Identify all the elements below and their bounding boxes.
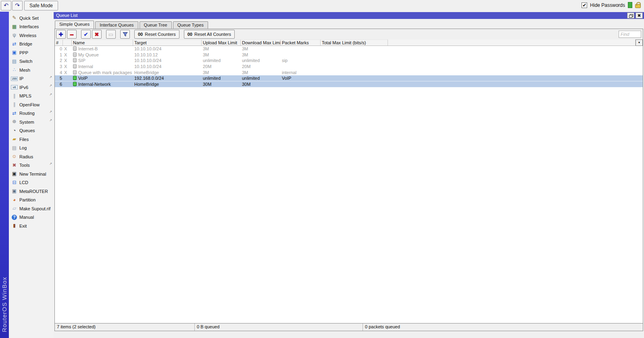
queue-table-body: 0XInternet-B10.10.10.0/243M3M1XMy Queue1… bbox=[55, 46, 643, 323]
sidebar-item-routing[interactable]: ⇄Routing↗ bbox=[9, 109, 54, 118]
tab-bar: Simple QueuesInterface QueuesQueue TreeQ… bbox=[55, 21, 209, 29]
safe-mode-button[interactable]: Safe Mode bbox=[24, 1, 58, 10]
comment-button[interactable]: ▭ bbox=[106, 30, 116, 39]
sidebar-item-system[interactable]: ☸System↗ bbox=[9, 118, 54, 126]
column-header-[interactable]: # bbox=[55, 39, 63, 46]
cell-number: 4 bbox=[55, 70, 63, 76]
sidebar-item-mpls[interactable]: ∥MPLS↗ bbox=[9, 92, 54, 101]
enable-queue-button[interactable]: ✔ bbox=[81, 30, 91, 39]
column-header-download-max-limit[interactable]: Download Max Limit bbox=[241, 39, 281, 46]
sidebar-item-log[interactable]: ▤Log bbox=[9, 144, 54, 153]
sidebar-item-manual[interactable]: ?Manual bbox=[9, 213, 54, 222]
sidebar-item-label: Queues bbox=[19, 128, 35, 133]
table-row[interactable]: 0XInternet-B10.10.10.0/243M3M bbox=[55, 46, 643, 52]
redo-icon: ↷ bbox=[15, 2, 20, 8]
sidebar-item-ip[interactable]: 255IP↗ bbox=[9, 75, 54, 83]
disable-queue-button[interactable]: ✖ bbox=[92, 30, 102, 39]
hide-passwords-checkbox[interactable]: ✔ bbox=[581, 2, 587, 8]
sidebar-item-wireless[interactable]: ψWireless bbox=[9, 31, 54, 40]
submenu-arrow-icon: ↗ bbox=[49, 162, 52, 166]
sidebar-item-radius[interactable]: ☺Radius bbox=[9, 152, 54, 161]
queue-icon bbox=[73, 64, 77, 68]
lcd-icon: ⊟ bbox=[11, 180, 18, 186]
find-input[interactable] bbox=[619, 31, 641, 38]
cell-flag: X bbox=[63, 64, 72, 70]
cell-download-max-limit: 3M bbox=[241, 52, 281, 58]
sidebar-item-metarouter[interactable]: ▣MetaROUTER bbox=[9, 187, 54, 196]
redo-button[interactable]: ↷ bbox=[12, 1, 23, 10]
cell-number: 1 bbox=[55, 52, 63, 58]
tools-icon: ✖ bbox=[11, 162, 18, 168]
reset-counters-button[interactable]: 00 Reset Counters bbox=[134, 30, 179, 39]
cell-packet-marks: VoIP bbox=[281, 75, 321, 81]
cell-flag: X bbox=[63, 58, 72, 64]
sidebar-item-label: OpenFlow bbox=[19, 102, 40, 107]
sidebar-item-make-supout-rif[interactable]: ▱Make Supout.rif bbox=[9, 204, 54, 213]
sidebar-item-ipv6[interactable]: v6IPv6↗ bbox=[9, 83, 54, 92]
tab-interface-queues[interactable]: Interface Queues bbox=[95, 21, 138, 29]
wireless-icon: ψ bbox=[11, 32, 18, 38]
column-select-dropdown[interactable]: ▼ bbox=[636, 39, 643, 46]
table-row[interactable]: 1XMy Queue10.10.10.123M3M bbox=[55, 52, 643, 58]
sidebar-item-ppp[interactable]: ▣PPP bbox=[9, 48, 54, 57]
cell-target: 10.10.10.0/24 bbox=[133, 46, 202, 52]
system-icon: ☸ bbox=[11, 119, 18, 125]
cell-total-max-limit bbox=[321, 58, 388, 64]
cell-download-max-limit: unlimited bbox=[241, 75, 281, 81]
undo-button[interactable]: ↶ bbox=[1, 1, 11, 10]
partition-icon: ◕ bbox=[11, 197, 18, 203]
sidebar-item-lcd[interactable]: ⊟LCD bbox=[9, 178, 54, 187]
sidebar-item-quick-set[interactable]: ✎Quick Set bbox=[9, 14, 54, 23]
sidebar-item-interfaces[interactable]: ▦Interfaces bbox=[9, 23, 54, 31]
cell-packet-marks bbox=[281, 52, 321, 58]
sidebar-item-mesh[interactable]: ∴Mesh bbox=[9, 66, 54, 75]
sidebar-item-label: Exit bbox=[19, 224, 27, 228]
exit-icon: ▮ bbox=[11, 223, 18, 229]
tab-simple-queues[interactable]: Simple Queues bbox=[55, 21, 94, 29]
remove-queue-button[interactable]: ▬ bbox=[67, 30, 77, 39]
cell-total-max-limit bbox=[321, 52, 388, 58]
close-window-button[interactable]: ✖ bbox=[636, 12, 643, 19]
sidebar-item-files[interactable]: ▰Files bbox=[9, 135, 54, 144]
sidebar-item-bridge[interactable]: ⇄Bridge bbox=[9, 40, 54, 49]
cell-total-max-limit bbox=[321, 46, 388, 52]
window-titlebar[interactable]: Queue List ✖ bbox=[54, 12, 644, 19]
sidebar-item-label: System bbox=[19, 120, 34, 124]
column-header-packet-marks[interactable]: Packet Marks bbox=[281, 39, 321, 46]
restore-window-button[interactable] bbox=[627, 12, 634, 19]
queue-icon bbox=[73, 70, 77, 75]
metarouter-icon: ▣ bbox=[11, 188, 18, 194]
table-row[interactable]: 4XQueue with mark packagesHomeBridge3M3M… bbox=[55, 70, 643, 76]
table-row[interactable]: 6Internal-NetworkHomeBridge30M30M bbox=[55, 81, 643, 87]
sidebar-item-switch[interactable]: ▤Switch bbox=[9, 57, 54, 66]
interfaces-icon: ▦ bbox=[11, 24, 18, 30]
sidebar-item-label: Bridge bbox=[19, 41, 32, 46]
close-icon: ✖ bbox=[638, 13, 641, 18]
filter-button[interactable] bbox=[120, 30, 130, 39]
cell-packet-marks bbox=[281, 64, 321, 70]
reset-all-counters-button[interactable]: 00 Reset All Counters bbox=[184, 30, 235, 39]
sidebar-item-tools[interactable]: ✖Tools↗ bbox=[9, 161, 54, 170]
column-header-upload-max-limit[interactable]: Upload Max Limit bbox=[202, 39, 241, 46]
sidebar-item-new-terminal[interactable]: ▣New Terminal bbox=[9, 170, 54, 178]
sidebar-item-partition[interactable]: ◕Partition bbox=[9, 196, 54, 205]
column-header-target[interactable]: Target bbox=[133, 39, 202, 46]
sidebar-item-openflow[interactable]: ∥OpenFlow bbox=[9, 100, 54, 109]
column-header-name[interactable]: Name bbox=[72, 39, 133, 46]
tab-queue-tree[interactable]: Queue Tree bbox=[140, 21, 172, 29]
table-row[interactable]: 2XSIP10.10.10.0/24unlimitedunlimitedsip bbox=[55, 58, 643, 64]
queue-icon bbox=[73, 52, 77, 57]
column-header-total-max-limit-bits-s[interactable]: Total Max Limit (bits/s) bbox=[321, 39, 388, 46]
tab-queue-types[interactable]: Queue Types bbox=[173, 21, 208, 29]
table-row[interactable]: 5VoIP192.168.0.0/24unlimitedunlimitedVoI… bbox=[55, 75, 643, 81]
table-row[interactable]: 3XInternal10.10.10.0/2420M20M bbox=[55, 64, 643, 70]
column-header-flag[interactable] bbox=[63, 39, 72, 46]
sidebar-item-queues[interactable]: ◔Queues bbox=[9, 126, 54, 135]
cell-total-max-limit bbox=[321, 64, 388, 70]
cell-total-max-limit bbox=[321, 70, 388, 76]
cell-name: SIP bbox=[72, 58, 133, 64]
sidebar-item-exit[interactable]: ▮Exit bbox=[9, 222, 54, 230]
add-queue-button[interactable]: ✚ bbox=[56, 30, 66, 39]
sidebar-item-label: Radius bbox=[19, 154, 33, 159]
cell-flag bbox=[63, 81, 72, 87]
